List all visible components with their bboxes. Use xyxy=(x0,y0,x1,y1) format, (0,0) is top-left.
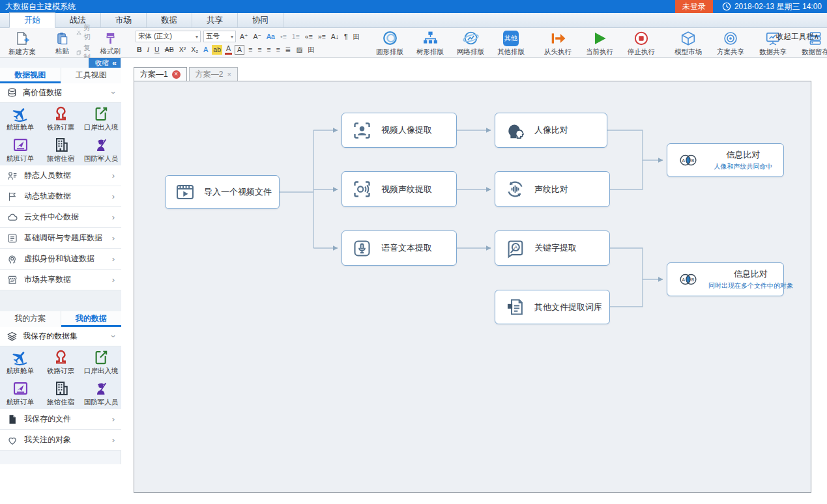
plan-share-button[interactable]: 方案共享 xyxy=(712,29,749,57)
close-tab-icon[interactable]: × xyxy=(172,70,181,79)
dataset-border-entry[interactable]: 口岸出入境 xyxy=(81,346,121,378)
paragraph-mark-button[interactable]: ¶ xyxy=(343,32,349,42)
data-share-label: 数据共享 xyxy=(759,48,787,55)
bullets-button[interactable]: •≡ xyxy=(279,32,288,42)
category-dynamic-track-data[interactable]: 动态轨迹数据 › xyxy=(0,186,121,207)
flow-canvas[interactable]: 导入一个视频文件 视频人像提取 人像比对 视 xyxy=(134,81,811,493)
superscript-button[interactable]: X² xyxy=(178,45,188,55)
collapse-toolbar-button[interactable]: 收起工具栏∧ xyxy=(776,32,819,42)
node-other-files-lexicon[interactable]: 其他文件提取词库 xyxy=(495,290,610,324)
dataset-border-entry[interactable]: 口岸出入境 xyxy=(81,103,121,134)
tab-my-plans[interactable]: 我的方案 xyxy=(0,311,61,327)
circle-layout-button[interactable]: 圆形排版 xyxy=(371,29,408,57)
dataset-flight-order[interactable]: 航班订单 xyxy=(0,134,40,165)
new-plan-button[interactable]: 新建方案 xyxy=(4,29,40,57)
shading-button[interactable]: ▨ xyxy=(295,45,304,55)
underline-button[interactable]: U xyxy=(153,45,161,55)
strikethrough-button[interactable]: AB xyxy=(164,45,175,55)
model-market-button[interactable]: 模型市场 xyxy=(670,29,706,57)
tab-my-data[interactable]: 我的数据 xyxy=(61,311,122,327)
node-video-face-extract[interactable]: 视频人像提取 xyxy=(341,113,457,148)
dataset-flight-order[interactable]: 航班订单 xyxy=(0,378,40,409)
justify-button[interactable]: ≡ xyxy=(274,45,281,55)
subscript-button[interactable]: X₂ xyxy=(190,45,199,55)
category-market-shared-data[interactable]: 市场共享数据 › xyxy=(0,270,121,290)
font-family-select[interactable]: 宋体 (正文) ▾ xyxy=(136,31,201,42)
menu-tab-start[interactable]: 开始 xyxy=(9,12,55,28)
dataset-hotel-stay[interactable]: 旅馆住宿 xyxy=(40,378,81,409)
menu-tab-market[interactable]: 市场 xyxy=(101,13,147,27)
plan-tab-1[interactable]: 方案—1 × xyxy=(134,67,187,81)
align-center-button[interactable]: ≡ xyxy=(256,45,263,55)
menu-tab-collab[interactable]: 协同 xyxy=(238,13,283,27)
category-virtual-identity-data[interactable]: 虚拟身份和轨迹数据 › xyxy=(0,249,121,270)
node-keyword-extract[interactable]: A 关键字提取 xyxy=(495,231,610,266)
node-voiceprint-compare[interactable]: 声纹比对 xyxy=(495,171,610,207)
run-current-button[interactable]: 当前执行 xyxy=(581,29,618,57)
scissors-icon xyxy=(76,29,81,36)
borders-button[interactable]: 田 xyxy=(306,45,316,55)
align-right-button[interactable]: ≡ xyxy=(265,45,272,55)
row-my-followed-objects[interactable]: 我关注的对象 › xyxy=(0,430,121,451)
node-info-compare-top[interactable]: A B 信息比对 人像和声纹共同命中 xyxy=(667,143,784,177)
dataset-rail-booking[interactable]: 铁路订票 xyxy=(40,346,81,378)
chevron-down-icon: › xyxy=(109,335,117,337)
canvas-tab-bar: 方案—1 × 方案—2 × xyxy=(134,67,240,81)
login-status-badge[interactable]: 未登录 xyxy=(675,0,713,14)
character-border-button[interactable]: A xyxy=(235,45,244,55)
venn-letter-a: A xyxy=(682,158,686,163)
cut-label: 剪切 xyxy=(83,23,93,42)
font-color-button[interactable]: A xyxy=(225,44,232,55)
node-import-video-file[interactable]: 导入一个视频文件 xyxy=(165,175,280,209)
paste-button[interactable]: 粘贴 xyxy=(51,30,74,56)
tab-tool-view[interactable]: 工具视图 xyxy=(61,68,122,83)
tab-data-view[interactable]: 数据视图 xyxy=(0,68,61,83)
dataset-military-personnel[interactable]: 国防军人员 xyxy=(81,378,121,409)
node-video-voiceprint-extract[interactable]: 视频声纹提取 xyxy=(341,171,457,207)
shrink-font-button[interactable]: A⁻ xyxy=(252,32,263,42)
dataset-rail-booking[interactable]: 铁路订票 xyxy=(40,103,81,134)
category-static-person-data[interactable]: 静态人员数据 › xyxy=(0,165,121,186)
grow-font-button[interactable]: A⁺ xyxy=(239,32,250,42)
portrait-compare-icon xyxy=(504,120,526,141)
outdent-button[interactable]: «≡ xyxy=(304,32,314,42)
align-left-button[interactable]: ≡ xyxy=(247,45,254,55)
text-effects-button[interactable]: A xyxy=(202,45,209,55)
italic-button[interactable]: I xyxy=(146,45,151,55)
section-saved-datasets[interactable]: 我保存的数据集 › xyxy=(0,327,121,346)
bold-button[interactable]: B xyxy=(136,45,143,55)
dataset-military-personnel[interactable]: 国防军人员 xyxy=(81,134,121,165)
network-layout-button[interactable]: 网络排版 xyxy=(452,29,489,57)
indent-button[interactable]: »≡ xyxy=(317,32,327,42)
category-survey-thematic-data[interactable]: 基础调研与专题库数据 › xyxy=(0,228,121,249)
row-my-saved-files[interactable]: 我保存的文件 › xyxy=(0,409,121,430)
menu-tab-data[interactable]: 数据 xyxy=(147,13,192,27)
category-cloud-file-data[interactable]: 云文件中心数据 › xyxy=(0,207,121,228)
sidebar-collapse-button[interactable]: 收缩 « xyxy=(89,58,121,68)
sort-button[interactable]: A↓ xyxy=(330,32,340,42)
stop-run-button[interactable]: 停止执行 xyxy=(623,29,660,57)
run-from-start-button[interactable]: 从头执行 xyxy=(540,29,576,57)
dataset-flight-manifest[interactable]: 航班舱单 xyxy=(0,103,40,134)
other-layout-button[interactable]: 其他 其他排版 xyxy=(493,29,529,57)
node-speech-text-extract[interactable]: 语音文本提取 xyxy=(341,231,457,266)
menu-tab-share[interactable]: 共享 xyxy=(192,13,238,27)
node-info-compare-bottom[interactable]: A B 信息比对 同时出现在多个文件中的对象 xyxy=(667,262,784,296)
cut-button[interactable]: 剪切 xyxy=(76,23,93,42)
close-tab-icon[interactable]: × xyxy=(227,70,231,78)
highlight-color-button[interactable]: ab xyxy=(212,45,222,55)
numbering-button[interactable]: 1≡ xyxy=(291,32,301,42)
plan-tab-2[interactable]: 方案—2 × xyxy=(189,67,238,81)
clock-icon xyxy=(722,2,731,11)
dataset-flight-manifest[interactable]: 航班舱单 xyxy=(0,346,40,378)
change-case-button[interactable]: Aa xyxy=(265,32,276,42)
tree-layout-button[interactable]: 树形排版 xyxy=(412,29,448,57)
font-size-select[interactable]: 五号 ▾ xyxy=(203,31,236,42)
node-face-compare[interactable]: 人像比对 xyxy=(495,113,607,148)
ribbon-toolbar: 新建方案 粘贴 剪切 xyxy=(0,28,827,58)
format-painter-button[interactable]: 格式刷 xyxy=(96,30,126,56)
table-button[interactable]: 田 xyxy=(352,32,362,42)
line-spacing-button[interactable]: ≣ xyxy=(284,45,293,55)
dataset-hotel-stay[interactable]: 旅馆住宿 xyxy=(40,134,81,165)
section-high-value-data[interactable]: 高价值数据 › xyxy=(0,83,121,103)
